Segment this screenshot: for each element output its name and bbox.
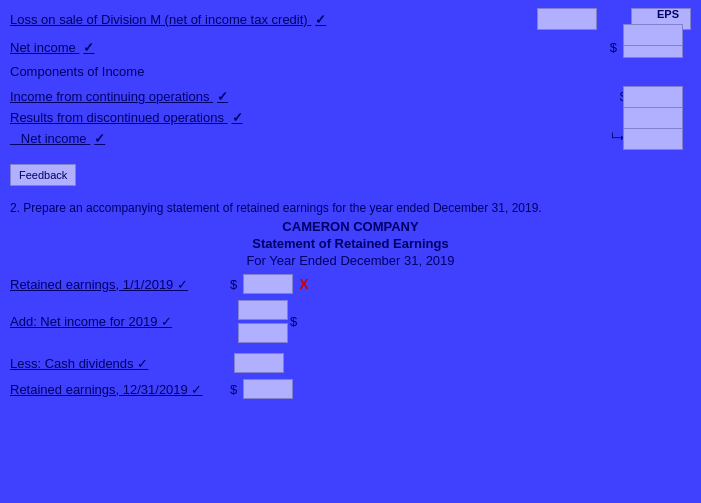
retained-x-mark: X bbox=[299, 276, 308, 292]
net-income-dollar: $ bbox=[610, 40, 617, 55]
retained-opening-row: Retained earnings, 1/1/2019 ✓ $ X bbox=[10, 274, 691, 294]
eps-input-1[interactable] bbox=[623, 24, 683, 46]
retained-opening-label: Retained earnings, 1/1/2019 ✓ bbox=[10, 277, 230, 292]
eps-header: EPS bbox=[657, 8, 679, 20]
results-discontinued-row: Results from discontinued operations ✓ bbox=[10, 110, 691, 125]
statement-title: Statement of Retained Earnings bbox=[10, 236, 691, 251]
add-net-income-check: ✓ bbox=[161, 314, 172, 329]
loss-division-input[interactable] bbox=[537, 8, 597, 30]
less-cash-input[interactable] bbox=[234, 353, 284, 373]
retained-opening-text: Retained earnings, 1/1/2019 bbox=[10, 277, 173, 292]
main-container: Loss on sale of Division M (net of incom… bbox=[0, 0, 701, 503]
income-continuing-input[interactable] bbox=[623, 86, 683, 108]
components-header: Components of Income bbox=[10, 64, 144, 79]
loss-division-check: ✓ bbox=[315, 12, 326, 27]
loss-division-label: Loss on sale of Division M (net of incom… bbox=[10, 12, 533, 27]
add-net-income-text: Add: Net income for 2019 bbox=[10, 314, 157, 329]
loss-division-text: Loss on sale of Division M (net of incom… bbox=[10, 12, 308, 27]
net-income-bottom-check: ✓ bbox=[94, 131, 105, 146]
feedback-box: Feedback bbox=[10, 164, 76, 186]
add-net-income-input-1[interactable] bbox=[238, 300, 288, 320]
retained-opening-dollar: $ bbox=[230, 277, 237, 292]
eps-right-column: EPS bbox=[619, 8, 683, 46]
retained-opening-input[interactable] bbox=[243, 274, 293, 294]
add-net-income-label: Add: Net income for 2019 ✓ bbox=[10, 314, 230, 329]
loss-division-row: Loss on sale of Division M (net of incom… bbox=[10, 8, 691, 30]
retained-closing-row: Retained earnings, 12/31/2019 ✓ $ bbox=[10, 379, 691, 399]
period-label: For Year Ended December 31, 2019 bbox=[10, 253, 691, 268]
net-income-bottom-row: Net income ✓ ⮡ bbox=[10, 131, 691, 146]
top-section: Loss on sale of Division M (net of incom… bbox=[10, 8, 691, 58]
less-cash-text: Less: Cash dividends bbox=[10, 356, 134, 371]
company-name: CAMERON COMPANY bbox=[10, 219, 691, 234]
results-discontinued-text: Results from discontinued operations bbox=[10, 110, 224, 125]
income-continuing-check: ✓ bbox=[217, 89, 228, 104]
retained-closing-input[interactable] bbox=[243, 379, 293, 399]
less-cash-label: Less: Cash dividends ✓ bbox=[10, 356, 230, 371]
components-header-row: Components of Income bbox=[10, 64, 691, 83]
less-cash-row: Less: Cash dividends ✓ bbox=[10, 353, 691, 373]
income-continuing-label: Income from continuing operations ✓ bbox=[10, 89, 691, 104]
retained-closing-check: ✓ bbox=[191, 382, 202, 397]
net-income-bottom-input[interactable] bbox=[623, 128, 683, 150]
less-cash-check: ✓ bbox=[137, 356, 148, 371]
add-net-income-row: Add: Net income for 2019 ✓ $ bbox=[10, 300, 691, 343]
add-net-income-inputs bbox=[234, 300, 288, 343]
add-dollar: $ bbox=[290, 314, 297, 329]
results-discontinued-label: Results from discontinued operations ✓ bbox=[10, 110, 691, 125]
retained-opening-check: ✓ bbox=[177, 277, 188, 292]
prepare-instruction: 2. Prepare an accompanying statement of … bbox=[10, 200, 691, 215]
feedback-label: Feedback bbox=[19, 169, 67, 181]
income-continuing-row: Income from continuing operations ✓ $ bbox=[10, 89, 691, 104]
prepare-text: 2. Prepare an accompanying statement of … bbox=[10, 201, 542, 215]
retained-closing-label: Retained earnings, 12/31/2019 ✓ bbox=[10, 382, 230, 397]
net-income-top-row: Net income ✓ $ bbox=[10, 36, 691, 58]
net-income-top-check: ✓ bbox=[83, 40, 94, 55]
retained-closing-text: Retained earnings, 12/31/2019 bbox=[10, 382, 188, 397]
retained-closing-dollar: $ bbox=[230, 382, 237, 397]
net-income-top-text: Net income bbox=[10, 40, 76, 55]
net-income-bottom-label: Net income ✓ bbox=[10, 131, 691, 146]
add-net-income-input-2[interactable] bbox=[238, 323, 288, 343]
income-continuing-text: Income from continuing operations bbox=[10, 89, 209, 104]
results-discontinued-check: ✓ bbox=[232, 110, 243, 125]
net-income-bottom-text: Net income bbox=[21, 131, 87, 146]
results-discontinued-input[interactable] bbox=[623, 107, 683, 129]
net-income-top-label: Net income ✓ bbox=[10, 40, 610, 55]
